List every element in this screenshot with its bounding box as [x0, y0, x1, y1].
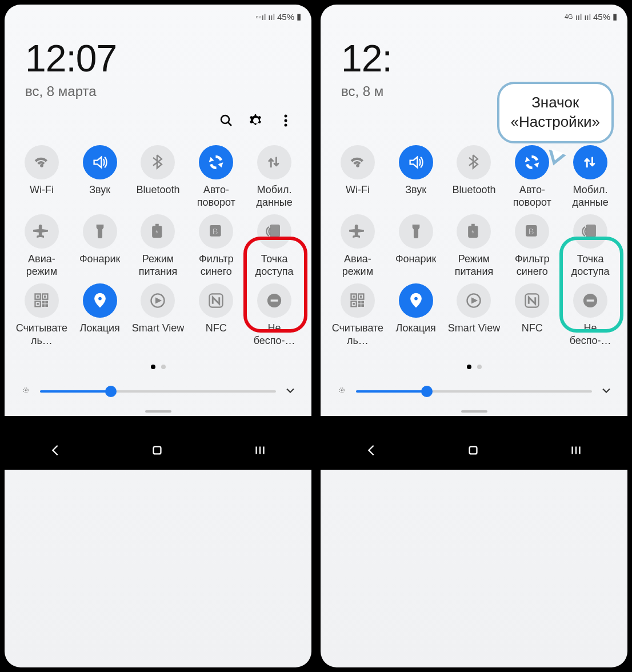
flashlight-icon[interactable] [399, 214, 433, 249]
tile-bluefilter[interactable]: Фильтр синего [504, 214, 560, 278]
brightness-slider[interactable] [40, 390, 276, 393]
tile-label: Bluetooth [130, 184, 186, 197]
smartview-icon[interactable] [141, 283, 175, 318]
tile-label: Точка доступа [562, 253, 618, 278]
airplane-icon[interactable] [25, 214, 59, 249]
nfc-icon[interactable] [199, 283, 233, 318]
tile-bluetooth[interactable]: Bluetooth [130, 145, 186, 209]
tile-flashlight[interactable]: Фонарик [72, 214, 128, 278]
gear-icon[interactable] [249, 113, 263, 130]
data-icon[interactable] [573, 145, 607, 179]
nav-back-icon[interactable] [365, 443, 378, 459]
tile-nfc[interactable]: NFC [504, 283, 560, 347]
tile-label: Авто-поворот [504, 184, 560, 209]
brightness-row [321, 377, 627, 409]
tile-airplane[interactable]: Авиа-режим [330, 214, 386, 278]
panel-handle[interactable] [5, 409, 311, 416]
tile-label: Bluetooth [446, 184, 502, 197]
search-icon[interactable] [219, 113, 234, 130]
tile-label: NFC [504, 322, 560, 335]
nfc-icon[interactable] [515, 283, 549, 318]
tile-location[interactable]: Локация [72, 283, 128, 347]
wifi-icon[interactable] [341, 145, 375, 179]
smartview-icon[interactable] [457, 283, 491, 318]
page-dot-2[interactable] [477, 365, 482, 369]
tile-label: Авто-поворот [188, 184, 244, 209]
qr-icon[interactable] [341, 283, 375, 318]
tile-data[interactable]: Мобил. данные [246, 145, 302, 209]
tile-qr[interactable]: Считыватель… [330, 283, 386, 347]
tile-airplane[interactable]: Авиа-режим [14, 214, 70, 278]
tile-data[interactable]: Мобил. данные [562, 145, 618, 209]
rotate-icon[interactable] [199, 145, 233, 179]
gear-icon[interactable] [565, 113, 579, 130]
tile-smartview[interactable]: Smart View [446, 283, 502, 347]
flashlight-icon[interactable] [83, 214, 117, 249]
clock-time: 12: [341, 37, 607, 80]
more-icon[interactable] [594, 113, 609, 130]
bluetooth-icon[interactable] [141, 145, 175, 179]
more-icon[interactable] [278, 113, 293, 130]
dnd-icon[interactable] [573, 283, 607, 318]
brightness-icon [335, 384, 348, 399]
nav-recent-icon[interactable] [569, 443, 583, 459]
data-icon[interactable] [257, 145, 291, 179]
tile-dnd[interactable]: Не беспо-… [246, 283, 302, 347]
tile-flashlight[interactable]: Фонарик [388, 214, 444, 278]
clock-date: вс, 8 марта [25, 83, 291, 99]
bluetooth-icon[interactable] [457, 145, 491, 179]
location-icon[interactable] [399, 283, 433, 318]
tile-label: Точка доступа [246, 253, 302, 278]
page-dot-1[interactable] [467, 365, 471, 369]
nav-home-icon[interactable] [466, 443, 480, 459]
page-dot-2[interactable] [161, 365, 166, 369]
location-icon[interactable] [83, 283, 117, 318]
tile-nfc[interactable]: NFC [188, 283, 244, 347]
tile-smartview[interactable]: Smart View [130, 283, 186, 347]
tile-rotate[interactable]: Авто-поворот [504, 145, 560, 209]
clock-date: вс, 8 м [341, 83, 607, 99]
tile-battery[interactable]: Режим питания [446, 214, 502, 278]
qr-icon[interactable] [25, 283, 59, 318]
battery-icon[interactable] [141, 214, 175, 249]
wifi-icon[interactable] [25, 145, 59, 179]
tile-label: Мобил. данные [562, 184, 618, 209]
airplane-icon[interactable] [341, 214, 375, 249]
tile-rotate[interactable]: Авто-поворот [188, 145, 244, 209]
tile-qr[interactable]: Считыватель… [14, 283, 70, 347]
nav-home-icon[interactable] [150, 443, 164, 459]
dnd-icon[interactable] [257, 283, 291, 318]
rotate-icon[interactable] [515, 145, 549, 179]
bluefilter-icon[interactable] [515, 214, 549, 249]
search-icon[interactable] [535, 113, 550, 130]
tile-bluefilter[interactable]: Фильтр синего [188, 214, 244, 278]
tile-label: Звук [72, 184, 128, 197]
tile-sound[interactable]: Звук [72, 145, 128, 209]
tile-hotspot[interactable]: Точка доступа [246, 214, 302, 278]
tile-wifi[interactable]: Wi-Fi [14, 145, 70, 209]
panel-handle[interactable] [321, 409, 627, 416]
battery-icon[interactable] [457, 214, 491, 249]
chevron-down-icon[interactable] [284, 384, 297, 399]
sound-icon[interactable] [399, 145, 433, 179]
hotspot-icon[interactable] [257, 214, 291, 249]
nav-recent-icon[interactable] [253, 443, 267, 459]
tile-dnd[interactable]: Не беспо-… [562, 283, 618, 347]
battery-text: 45% [593, 12, 610, 22]
tile-battery[interactable]: Режим питания [130, 214, 186, 278]
tile-sound[interactable]: Звук [388, 145, 444, 209]
tile-wifi[interactable]: Wi-Fi [330, 145, 386, 209]
bluefilter-icon[interactable] [199, 214, 233, 249]
page-dot-1[interactable] [151, 365, 155, 369]
brightness-slider[interactable] [356, 390, 592, 393]
tile-location[interactable]: Локация [388, 283, 444, 347]
chevron-down-icon[interactable] [600, 384, 613, 399]
tile-bluetooth[interactable]: Bluetooth [446, 145, 502, 209]
nav-back-icon[interactable] [49, 443, 62, 459]
sound-icon[interactable] [83, 145, 117, 179]
tile-label: Звук [388, 184, 444, 197]
hotspot-icon[interactable] [573, 214, 607, 249]
brightness-icon [19, 384, 32, 399]
tile-hotspot[interactable]: Точка доступа [562, 214, 618, 278]
signal-2-icon: ııl [584, 12, 591, 22]
